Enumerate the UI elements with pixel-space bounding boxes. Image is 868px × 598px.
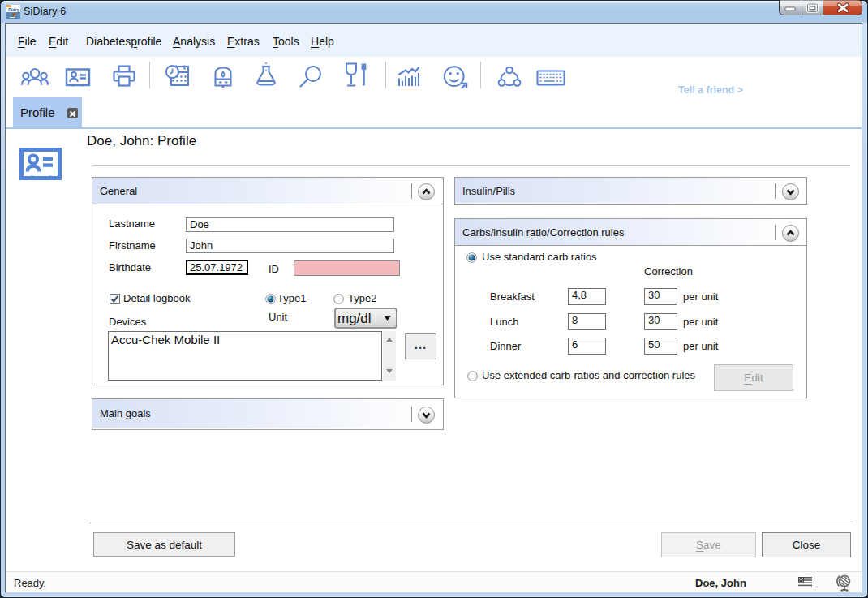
svg-text:Diary: Diary [8, 7, 19, 12]
